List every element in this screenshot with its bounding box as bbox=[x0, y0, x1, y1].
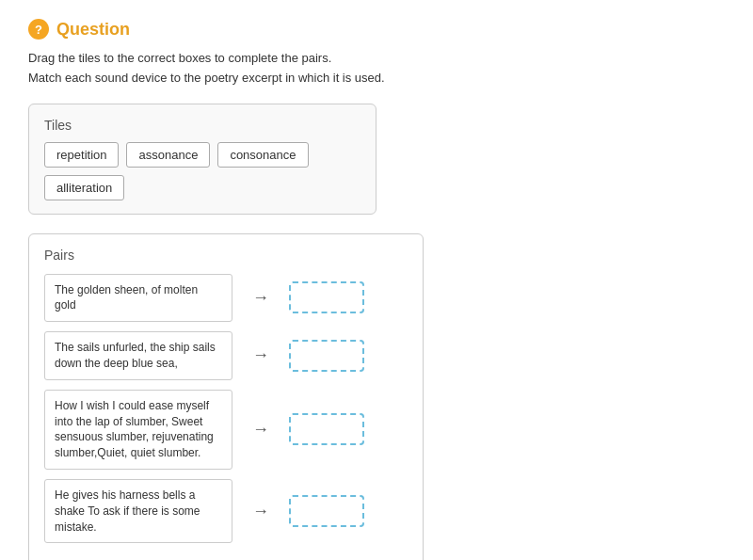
tile-consonance[interactable]: consonance bbox=[217, 142, 308, 168]
pair-text-4: He gives his harness bells a shake To as… bbox=[44, 479, 232, 543]
tile-alliteration[interactable]: alliteration bbox=[44, 175, 124, 200]
tiles-section: Tiles repetition assonance consonance al… bbox=[28, 104, 376, 215]
pair-row-2: The sails unfurled, the ship sails down … bbox=[44, 331, 408, 380]
pair-text-2: The sails unfurled, the ship sails down … bbox=[44, 331, 232, 380]
drop-target-4[interactable] bbox=[289, 495, 364, 527]
pairs-section: Pairs The golden sheen, of molten gold →… bbox=[28, 233, 424, 560]
drop-target-1[interactable] bbox=[289, 281, 364, 313]
question-header: ? Question bbox=[28, 19, 725, 40]
question-icon: ? bbox=[28, 19, 49, 40]
instruction-line2: Match each sound device to the poetry ex… bbox=[28, 69, 725, 88]
arrow-1: → bbox=[242, 288, 280, 308]
instruction-line1: Drag the tiles to the correct boxes to c… bbox=[28, 49, 725, 69]
question-title: Question bbox=[56, 20, 130, 40]
question-icon-label: ? bbox=[35, 23, 42, 37]
pair-row-3: How I wish I could ease myself into the … bbox=[44, 390, 408, 470]
arrow-4: → bbox=[242, 502, 280, 521]
drop-target-3[interactable] bbox=[289, 413, 364, 445]
pair-text-3: How I wish I could ease myself into the … bbox=[44, 390, 232, 470]
pair-text-1: The golden sheen, of molten gold bbox=[44, 274, 232, 323]
arrow-3: → bbox=[242, 420, 280, 440]
main-content: ? Question Drag the tiles to the correct… bbox=[0, 0, 753, 560]
arrow-2: → bbox=[242, 345, 280, 365]
tile-assonance[interactable]: assonance bbox=[126, 142, 210, 168]
pair-row-4: He gives his harness bells a shake To as… bbox=[44, 479, 408, 543]
pairs-label: Pairs bbox=[44, 248, 408, 263]
question-instructions: Drag the tiles to the correct boxes to c… bbox=[28, 49, 725, 88]
tile-repetition[interactable]: repetition bbox=[44, 142, 119, 168]
drop-target-2[interactable] bbox=[289, 340, 364, 372]
pair-row-1: The golden sheen, of molten gold → bbox=[44, 274, 408, 323]
tiles-label: Tiles bbox=[44, 118, 360, 133]
tiles-container: repetition assonance consonance allitera… bbox=[44, 142, 360, 200]
